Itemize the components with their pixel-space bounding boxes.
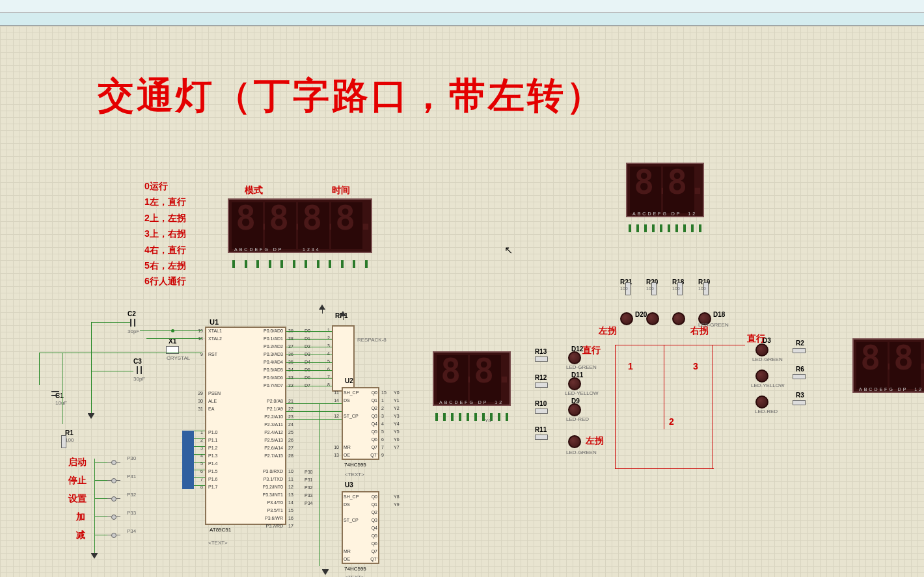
button-set[interactable] bbox=[107, 495, 120, 502]
mouse-cursor-icon: ↖ bbox=[504, 244, 513, 256]
gnd-icon bbox=[322, 569, 329, 576]
u1-left-pins: XTAL1XTAL2 RST PSENALEEA P1.0P1.1P1.2P1.… bbox=[208, 327, 222, 491]
res-r12[interactable] bbox=[535, 382, 548, 388]
button-start[interactable] bbox=[107, 459, 120, 465]
res-r11[interactable] bbox=[535, 435, 548, 440]
seven-seg-left[interactable]: ABCDEFG DP 12 bbox=[433, 351, 511, 406]
label-start: 启动 bbox=[68, 457, 87, 468]
label-minus: 减 bbox=[76, 530, 85, 541]
label-stop: 停止 bbox=[68, 475, 87, 487]
button-stop[interactable] bbox=[107, 477, 120, 483]
cap-c2[interactable] bbox=[127, 319, 140, 327]
led-d17[interactable] bbox=[672, 312, 685, 325]
power-icon bbox=[340, 312, 346, 320]
gnd-icon bbox=[91, 553, 98, 559]
led-d7[interactable] bbox=[755, 396, 768, 409]
res-r1[interactable] bbox=[61, 435, 66, 448]
led-d12[interactable] bbox=[568, 351, 581, 364]
u3-label: U3 bbox=[345, 481, 353, 489]
seven-seg-right[interactable]: ABCDEFG DP 12 bbox=[852, 338, 924, 393]
label-set: 设置 bbox=[68, 493, 87, 505]
led-d5[interactable] bbox=[755, 369, 768, 382]
u1-right-pins: P0.0/AD0P0.1/AD1P0.2/AD2P0.3/AD3P0.4/AD4… bbox=[254, 327, 283, 530]
power-icon bbox=[319, 306, 325, 314]
led-d16[interactable] bbox=[646, 312, 659, 325]
res-r10[interactable] bbox=[535, 409, 548, 414]
led-d10[interactable] bbox=[568, 435, 581, 448]
led-d3[interactable] bbox=[755, 343, 768, 356]
led-d9[interactable] bbox=[568, 403, 581, 416]
seven-seg-top[interactable]: ABCDEFG DP 12 bbox=[626, 163, 704, 217]
gnd-icon bbox=[88, 413, 94, 420]
ruler-h bbox=[0, 13, 924, 26]
seven-seg-4digit[interactable]: ABCDEFG DP 1234 bbox=[228, 198, 372, 253]
res-r6[interactable] bbox=[793, 374, 806, 379]
schematic-canvas[interactable]: 交通灯（丁字路口，带左转） 0运行 1左，直行 2上，左拐 3上，右拐 4右，直… bbox=[0, 26, 924, 577]
res-r2[interactable] bbox=[793, 348, 806, 353]
led-d11[interactable] bbox=[568, 377, 581, 390]
mode-legend: 0运行 1左，直行 2上，左拐 3上，右拐 4右，直行 5右，左拐 6行人通行 bbox=[144, 179, 186, 290]
button-minus[interactable] bbox=[107, 531, 120, 538]
res-r3[interactable] bbox=[793, 400, 806, 405]
schematic-title: 交通灯（丁字路口，带左转） bbox=[98, 72, 605, 121]
cap-c3[interactable] bbox=[133, 366, 146, 374]
toolbar bbox=[0, 0, 924, 13]
led-d20[interactable] bbox=[620, 312, 633, 325]
res-r13[interactable] bbox=[535, 356, 548, 362]
bus-line bbox=[182, 431, 194, 489]
label-plus: 加 bbox=[76, 511, 85, 523]
label-mode: 模式 bbox=[245, 185, 263, 196]
u2-label: U2 bbox=[345, 377, 353, 384]
label-time: 时间 bbox=[332, 185, 350, 196]
cap-c1[interactable] bbox=[51, 388, 59, 401]
button-plus[interactable] bbox=[107, 513, 120, 520]
